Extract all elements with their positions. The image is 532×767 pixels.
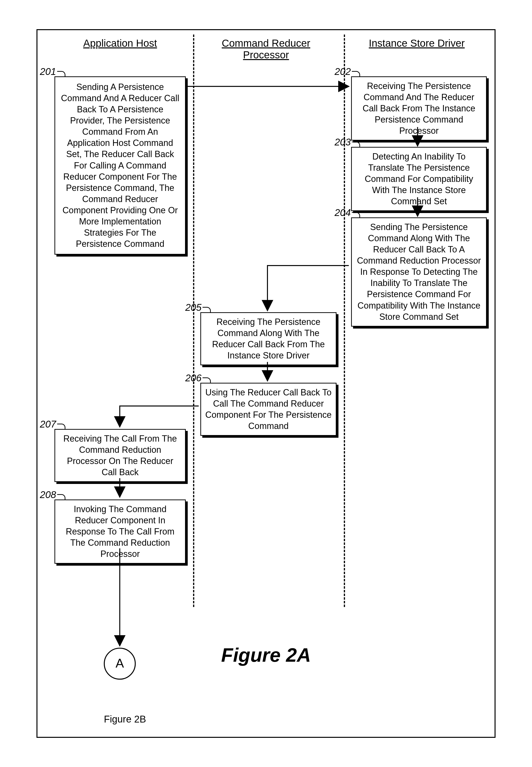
step-number-201: 201 (40, 66, 65, 77)
figure-label-next: Figure 2B (76, 714, 174, 725)
step-box-205: Receiving The Persistence Command Along … (200, 312, 337, 365)
heading-application-host: Application Host (54, 37, 186, 49)
step-box-208: Invoking The Command Reducer Component I… (54, 499, 186, 564)
figure-label-main: Figure 2A (37, 644, 495, 666)
step-number-207: 207 (40, 419, 65, 430)
heading-instance-store-driver: Instance Store Driver (349, 37, 485, 49)
step-number-208: 208 (40, 489, 65, 500)
step-number-203: 203 (335, 137, 360, 148)
step-box-204: Sending The Persistence Command Along Wi… (351, 217, 487, 327)
column-divider-1 (193, 35, 194, 607)
step-box-207: Receiving The Call From The Command Redu… (54, 429, 186, 482)
step-box-206: Using The Reducer Call Back To Call The … (200, 383, 337, 436)
step-number-202: 202 (335, 66, 360, 77)
step-box-201: Sending A Persistence Command And A Redu… (54, 76, 186, 255)
heading-command-reducer-processor: Command Reducer Processor (198, 37, 334, 61)
column-divider-2 (344, 35, 345, 607)
step-number-206: 206 (185, 373, 211, 384)
step-box-203: Detecting An Inability To Translate The … (351, 147, 487, 211)
step-number-205: 205 (185, 302, 211, 313)
step-number-204: 204 (335, 207, 360, 218)
step-box-202: Receiving The Persistence Command And Th… (351, 76, 487, 141)
diagram-frame: Application Host Command Reducer Process… (36, 29, 496, 738)
